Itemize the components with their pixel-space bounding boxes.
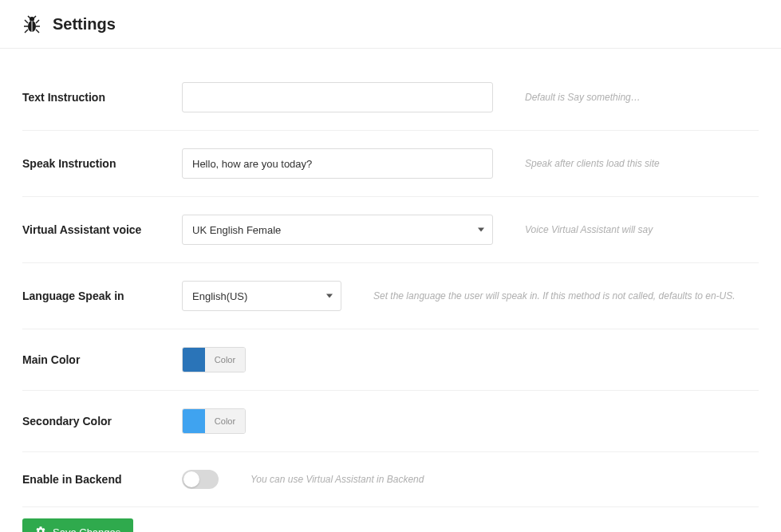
label-main-color: Main Color: [22, 353, 182, 366]
svg-line-7: [25, 30, 28, 33]
control-speak-instruction: [182, 148, 493, 179]
save-button-label: Save Changes: [53, 526, 120, 532]
speak-instruction-input[interactable]: [182, 148, 493, 179]
page-header: Settings: [0, 0, 781, 49]
row-voice: Virtual Assistant voice UK English Femal…: [22, 197, 759, 263]
secondary-color-picker[interactable]: Color: [182, 408, 246, 434]
settings-form: Text Instruction Default is Say somethin…: [0, 58, 781, 532]
label-voice: Virtual Assistant voice: [22, 223, 182, 236]
control-text-instruction: [182, 82, 493, 112]
control-language: English(US): [182, 281, 341, 311]
hint-voice: Voice Virtual Assistant will say: [493, 224, 759, 235]
main-color-picker[interactable]: Color: [182, 347, 246, 372]
svg-line-4: [36, 20, 39, 23]
main-color-swatch: [183, 348, 205, 372]
hint-speak-instruction: Speak after clients load this site: [493, 158, 759, 169]
toggle-knob: [183, 471, 199, 487]
language-select-value: English(US): [192, 290, 247, 302]
language-select[interactable]: English(US): [182, 281, 341, 311]
hint-language: Set the language the user will speak in.…: [341, 290, 759, 301]
chevron-down-icon: [326, 294, 333, 298]
control-enable-backend: [182, 470, 219, 489]
control-main-color: Color: [182, 347, 246, 372]
label-secondary-color: Secondary Color: [22, 415, 182, 428]
enable-backend-toggle[interactable]: [182, 470, 219, 489]
row-text-instruction: Text Instruction Default is Say somethin…: [22, 65, 759, 131]
label-text-instruction: Text Instruction: [22, 91, 182, 104]
hint-enable-backend: You can use Virtual Assistant in Backend: [219, 474, 759, 485]
row-enable-backend: Enable in Backend You can use Virtual As…: [22, 452, 759, 507]
row-secondary-color: Secondary Color Color: [22, 391, 759, 452]
save-button[interactable]: Save Changes: [22, 518, 133, 532]
control-secondary-color: Color: [182, 408, 246, 434]
page-title: Settings: [53, 15, 116, 33]
settings-page: Settings Text Instruction Default is Say…: [0, 0, 781, 532]
label-enable-backend: Enable in Backend: [22, 473, 182, 486]
hint-text-instruction: Default is Say something…: [493, 92, 759, 103]
svg-line-10: [34, 16, 36, 18]
voice-select[interactable]: UK English Female: [182, 215, 493, 245]
main-color-button-label: Color: [205, 348, 245, 372]
label-language: Language Speak in: [22, 290, 182, 302]
secondary-color-swatch: [183, 409, 205, 433]
secondary-color-button-label: Color: [205, 409, 245, 433]
gear-icon: [35, 526, 46, 532]
chevron-down-icon: [478, 228, 484, 232]
control-voice: UK English Female: [182, 215, 493, 245]
bug-icon: [22, 14, 41, 33]
row-main-color: Main Color Color: [22, 329, 759, 391]
svg-line-3: [25, 20, 28, 23]
row-speak-instruction: Speak Instruction Speak after clients lo…: [22, 131, 759, 197]
row-language: Language Speak in English(US) Set the la…: [22, 263, 759, 329]
text-instruction-input[interactable]: [182, 82, 493, 112]
svg-line-8: [36, 30, 39, 33]
form-footer: Save Changes: [22, 507, 759, 532]
svg-line-9: [28, 16, 30, 18]
label-speak-instruction: Speak Instruction: [22, 157, 182, 170]
voice-select-value: UK English Female: [192, 224, 281, 236]
